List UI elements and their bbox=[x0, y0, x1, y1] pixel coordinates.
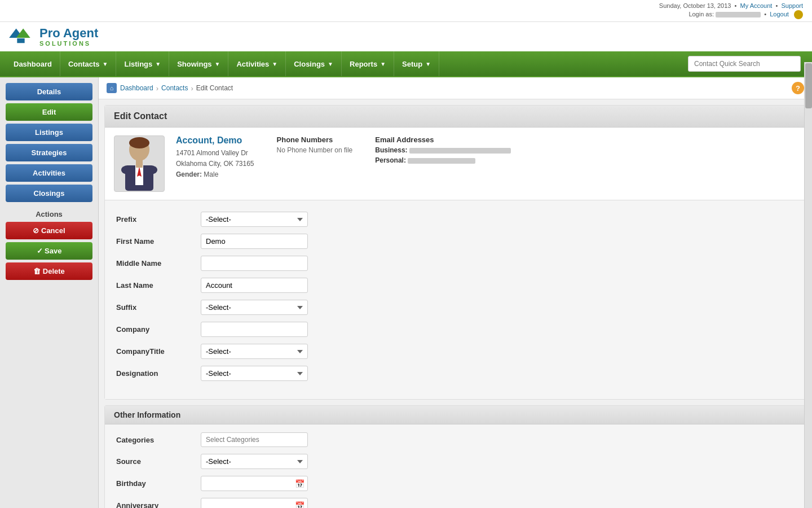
scroll-thumb[interactable] bbox=[805, 63, 812, 108]
login-info: Login as: • Logout bbox=[9, 10, 803, 19]
anniversary-wrap: 📅 bbox=[201, 498, 308, 508]
personal-email-blurred bbox=[408, 158, 475, 164]
support-link[interactable]: Support bbox=[781, 2, 803, 9]
prefix-label: Prefix bbox=[116, 215, 201, 224]
logo-icon bbox=[7, 25, 35, 48]
sidebar-details-btn[interactable]: Details bbox=[6, 83, 92, 100]
suffix-row: Suffix -Select- Jr.Sr.IIIII bbox=[116, 300, 795, 315]
middlename-input[interactable] bbox=[201, 256, 308, 271]
anniversary-row: Anniversary 📅 bbox=[116, 498, 795, 508]
search-wrap bbox=[682, 51, 806, 76]
nav-activities[interactable]: Activities ▼ bbox=[228, 51, 286, 76]
cancel-icon: ⊘ bbox=[33, 226, 39, 235]
company-input[interactable] bbox=[201, 322, 308, 337]
categories-input[interactable] bbox=[201, 432, 308, 447]
sidebar-edit-btn[interactable]: Edit bbox=[6, 103, 92, 121]
home-icon[interactable]: ⌂ bbox=[107, 83, 117, 93]
firstname-input[interactable] bbox=[201, 234, 308, 249]
reports-chevron: ▼ bbox=[380, 61, 386, 67]
nav-contacts[interactable]: Contacts ▼ bbox=[60, 51, 117, 76]
actions-title: Actions bbox=[6, 210, 92, 218]
companytitle-select[interactable]: -Select- CEOManagerAgent bbox=[201, 344, 308, 359]
svg-point-9 bbox=[144, 165, 157, 174]
lastname-label: Last Name bbox=[116, 281, 201, 290]
nav-listings[interactable]: Listings ▼ bbox=[116, 51, 169, 76]
nav-reports[interactable]: Reports ▼ bbox=[342, 51, 394, 76]
personal-email-row: Personal: bbox=[375, 156, 511, 164]
middlename-label: Middle Name bbox=[116, 259, 201, 268]
birthday-label: Birthday bbox=[116, 479, 201, 488]
section-header: Edit Contact bbox=[105, 106, 806, 128]
contact-quick-search[interactable] bbox=[688, 56, 801, 72]
birthday-wrap: 📅 bbox=[201, 476, 308, 491]
lastname-input[interactable] bbox=[201, 278, 308, 293]
nav-bar: Dashboard Contacts ▼ Listings ▼ Showings… bbox=[0, 51, 812, 76]
main-layout: Details Edit Listings Strategies Activit… bbox=[0, 77, 812, 508]
contacts-chevron: ▼ bbox=[103, 61, 108, 67]
sidebar-listings-btn[interactable]: Listings bbox=[6, 124, 92, 141]
content-area: ⌂ Dashboard › Contacts › Edit Contact ? … bbox=[99, 77, 812, 508]
contact-info-block: Account, Demo 14701 Almond Valley Dr Okl… bbox=[105, 128, 806, 200]
sidebar-activities-btn[interactable]: Activities bbox=[6, 164, 92, 182]
contact-email-col: Email Addresses Business: Personal: bbox=[375, 135, 511, 192]
anniversary-label: Anniversary bbox=[116, 501, 201, 508]
contact-name: Account, Demo bbox=[176, 135, 254, 146]
logo-text: Pro Agent SOLUTIONS bbox=[39, 27, 98, 47]
company-label: Company bbox=[116, 325, 201, 334]
top-bar: Sunday, October 13, 2013 • My Account • … bbox=[0, 0, 812, 22]
business-email-blurred bbox=[409, 148, 511, 154]
companytitle-row: CompanyTitle -Select- CEOManagerAgent bbox=[116, 344, 795, 359]
firstname-row: First Name bbox=[116, 234, 795, 249]
suffix-select[interactable]: -Select- Jr.Sr.IIIII bbox=[201, 300, 308, 315]
birthday-calendar-icon[interactable]: 📅 bbox=[295, 479, 304, 488]
showings-chevron: ▼ bbox=[215, 61, 220, 67]
nav-setup[interactable]: Setup ▼ bbox=[394, 51, 439, 76]
other-info-body: Categories Source -Select- InternetRefer… bbox=[105, 424, 806, 508]
svg-point-4 bbox=[129, 137, 149, 148]
breadcrumb-current: Edit Contact bbox=[196, 84, 233, 92]
date-display: Sunday, October 13, 2013 bbox=[659, 2, 731, 9]
delete-icon: 🗑 bbox=[33, 267, 41, 275]
activities-chevron: ▼ bbox=[272, 61, 277, 67]
nav-dashboard[interactable]: Dashboard bbox=[6, 51, 60, 76]
designation-row: Designation -Select- REALTORBroker bbox=[116, 366, 795, 381]
breadcrumb: ⌂ Dashboard › Contacts › Edit Contact ? bbox=[99, 77, 812, 99]
cancel-button[interactable]: ⊘ Cancel bbox=[6, 222, 92, 239]
logout-link[interactable]: Logout bbox=[770, 11, 789, 17]
nav-closings[interactable]: Closings ▼ bbox=[286, 51, 342, 76]
scrollbar[interactable] bbox=[804, 62, 812, 508]
setup-chevron: ▼ bbox=[425, 61, 431, 67]
sidebar-strategies-btn[interactable]: Strategies bbox=[6, 144, 92, 161]
svg-point-8 bbox=[121, 165, 135, 174]
svg-rect-2 bbox=[17, 38, 24, 43]
other-info-header: Other Information bbox=[105, 406, 806, 424]
breadcrumb-dashboard[interactable]: Dashboard bbox=[120, 84, 153, 92]
anniversary-calendar-icon[interactable]: 📅 bbox=[295, 501, 304, 509]
sidebar: Details Edit Listings Strategies Activit… bbox=[0, 77, 99, 508]
contact-details: Account, Demo 14701 Almond Valley Dr Okl… bbox=[176, 135, 254, 192]
prefix-select[interactable]: -Select- Mr.Mrs.Ms.Dr. bbox=[201, 212, 308, 227]
anniversary-input[interactable] bbox=[201, 498, 308, 508]
lastname-row: Last Name bbox=[116, 278, 795, 293]
edit-contact-panel: Edit Contact bbox=[104, 105, 806, 400]
company-row: Company bbox=[116, 322, 795, 337]
sidebar-closings-btn[interactable]: Closings bbox=[6, 185, 92, 202]
designation-select[interactable]: -Select- REALTORBroker bbox=[201, 366, 308, 381]
my-account-link[interactable]: My Account bbox=[740, 2, 773, 9]
source-select[interactable]: -Select- InternetReferralWalk-in bbox=[201, 454, 308, 469]
avatar-svg bbox=[117, 137, 162, 191]
designation-label: Designation bbox=[116, 369, 201, 378]
save-button[interactable]: ✓ Save bbox=[6, 242, 92, 260]
delete-button[interactable]: 🗑 Delete bbox=[6, 262, 92, 280]
breadcrumb-contacts[interactable]: Contacts bbox=[161, 84, 188, 92]
companytitle-label: CompanyTitle bbox=[116, 347, 201, 356]
birthday-input[interactable] bbox=[201, 476, 308, 491]
categories-row: Categories bbox=[116, 432, 795, 447]
closings-chevron: ▼ bbox=[328, 61, 333, 67]
contact-phone-col: Phone Numbers No Phone Number on file bbox=[277, 135, 353, 192]
help-button[interactable]: ? bbox=[792, 82, 804, 94]
nav-showings[interactable]: Showings ▼ bbox=[169, 51, 228, 76]
username-display bbox=[716, 12, 761, 17]
business-email-row: Business: bbox=[375, 146, 511, 154]
phone-value: No Phone Number on file bbox=[277, 146, 353, 154]
